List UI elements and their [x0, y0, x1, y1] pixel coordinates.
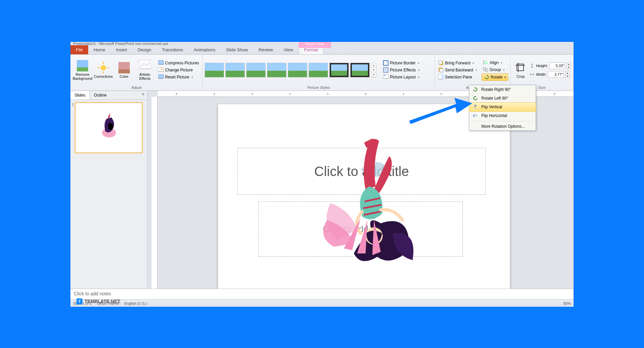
slide-panel: Slides Outline ✕ 1 [70, 91, 148, 289]
compress-icon [158, 60, 164, 66]
tab-review[interactable]: Review [253, 45, 278, 54]
window-title: Presentation1 - Microsoft PowerPoint non… [73, 42, 168, 45]
inserted-picture-fairy[interactable] [320, 123, 421, 280]
gallery-more[interactable]: ▴▾▾ [371, 63, 376, 77]
height-icon [529, 63, 535, 68]
svg-rect-21 [440, 69, 443, 72]
reset-picture-button[interactable]: Reset Picture [157, 74, 200, 80]
selection-pane-button[interactable]: Selection Pane [437, 74, 478, 80]
color-icon [118, 62, 130, 73]
svg-point-12 [161, 68, 163, 70]
crop-icon [515, 62, 526, 73]
crop-button[interactable]: Crop [513, 57, 529, 83]
status-zoom: 80% [564, 301, 571, 305]
width-spinner[interactable]: ▴▾ [565, 71, 570, 78]
style-thumb-3[interactable] [246, 63, 266, 77]
tab-view[interactable]: View [278, 45, 299, 54]
watermark: T TEMPLATE.NET [76, 298, 120, 304]
more-rotation-item[interactable]: More Rotation Options... [469, 122, 536, 130]
svg-rect-13 [158, 74, 164, 78]
svg-rect-14 [383, 61, 388, 65]
bring-forward-button[interactable]: Bring Forward [437, 60, 478, 66]
rotate-left-item[interactable]: Rotate Left 90° [469, 94, 536, 103]
tab-insert[interactable]: Insert [111, 45, 132, 54]
rotate-left-icon [473, 96, 478, 101]
border-icon [383, 60, 388, 66]
group-adjust: Remove Background Corrections Color Arti… [70, 55, 203, 91]
width-label: Width: [536, 72, 546, 76]
color-button[interactable]: Color [114, 57, 134, 83]
svg-rect-11 [158, 67, 164, 71]
flip-horizontal-item[interactable]: Flip Horizontal [469, 111, 536, 120]
style-thumb-2[interactable] [225, 63, 245, 77]
layout-icon [383, 74, 388, 80]
slide-surface[interactable]: Click to add title Click to add subtitle [218, 104, 510, 289]
picture-layout-button[interactable]: Picture Layout [382, 74, 421, 80]
sun-icon [98, 62, 109, 73]
picture-effects-button[interactable]: Picture Effects [382, 67, 421, 73]
align-icon [483, 60, 488, 65]
tab-animations[interactable]: Animations [189, 45, 221, 54]
rotate-right-item[interactable]: Rotate Right 90° [469, 85, 536, 94]
style-thumb-8[interactable] [350, 63, 370, 77]
rotate-dropdown-menu: Rotate Right 90° Rotate Left 90° Flip Ve… [469, 85, 536, 131]
svg-rect-27 [483, 67, 486, 70]
height-input[interactable] [549, 62, 565, 69]
svg-rect-23 [441, 74, 444, 79]
status-bar: Slide 1 of 1 "Office Theme" English (U.S… [70, 299, 574, 307]
group-button[interactable]: Group [482, 66, 508, 73]
svg-point-38 [370, 236, 372, 238]
panel-close-icon[interactable]: ✕ [139, 91, 147, 100]
remove-background-button[interactable]: Remove Background [72, 57, 93, 83]
pane-icon [438, 74, 444, 80]
tab-outline[interactable]: Outline [90, 91, 111, 100]
rotate-right-icon [473, 87, 478, 92]
change-picture-button[interactable]: Change Picture [157, 67, 200, 73]
svg-rect-10 [158, 60, 164, 64]
svg-rect-17 [384, 75, 385, 76]
svg-rect-7 [118, 62, 130, 69]
tab-design[interactable]: Design [132, 45, 156, 54]
forward-icon [438, 60, 444, 66]
artistic-effects-button[interactable]: Artistic Effects [135, 57, 155, 83]
svg-rect-25 [484, 61, 487, 62]
thumbnail-preview [75, 103, 142, 153]
annotation-arrow [406, 97, 473, 131]
picture-border-button[interactable]: Picture Border [382, 60, 421, 66]
backward-icon [438, 67, 444, 73]
slide-thumbnail-1[interactable]: 1 [70, 100, 147, 156]
align-button[interactable]: Align [482, 59, 508, 66]
rotate-button[interactable]: Rotate▾ [482, 73, 508, 81]
tab-home[interactable]: Home [88, 45, 111, 54]
tab-transitions[interactable]: Transitions [157, 45, 189, 54]
context-tab-picture-tools: Picture Tools [299, 42, 331, 48]
tab-slides[interactable]: Slides [70, 91, 90, 100]
svg-rect-19 [439, 61, 442, 64]
corrections-button[interactable]: Corrections [93, 57, 113, 83]
notes-pane[interactable]: Click to add notes [70, 289, 574, 299]
width-input[interactable] [548, 71, 564, 78]
flip-vertical-item[interactable]: Flip Vertical [469, 102, 536, 112]
rotate-icon [484, 74, 489, 80]
width-icon [529, 72, 535, 77]
style-thumb-1[interactable] [205, 63, 224, 77]
svg-rect-1 [77, 67, 88, 71]
send-backward-button[interactable]: Send Backward [437, 67, 478, 73]
effects-icon [383, 67, 388, 73]
watermark-icon: T [76, 298, 83, 304]
height-spinner[interactable]: ▴▾ [567, 62, 571, 69]
style-thumb-7[interactable] [329, 63, 349, 77]
compress-pictures-button[interactable]: Compress Pictures [157, 60, 200, 66]
group-icon [483, 67, 488, 72]
svg-rect-16 [383, 74, 388, 78]
flip-horizontal-icon [473, 113, 478, 118]
tab-file[interactable]: File [70, 45, 88, 54]
tab-slideshow[interactable]: Slide Show [221, 45, 253, 54]
style-thumb-5[interactable] [288, 63, 307, 77]
svg-rect-26 [484, 63, 488, 64]
status-lang: English (U.S.) [124, 301, 147, 305]
height-label: Height: [536, 64, 548, 68]
style-thumb-4[interactable] [267, 63, 286, 77]
style-thumb-6[interactable] [309, 63, 328, 77]
svg-rect-8 [118, 69, 130, 73]
